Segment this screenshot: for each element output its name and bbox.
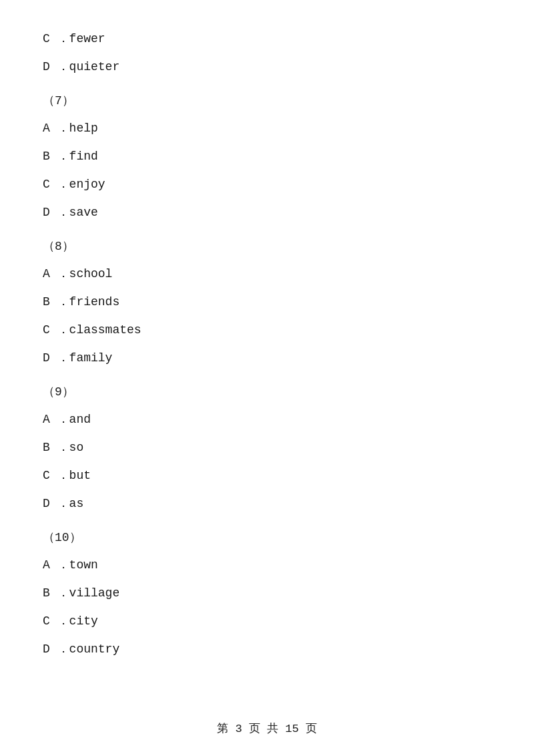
q10-option-c: C ．city bbox=[40, 609, 494, 633]
question-10-label: （10） bbox=[40, 529, 494, 545]
q8-option-d: D ．family bbox=[40, 346, 494, 370]
q10-option-b: B ．village bbox=[40, 581, 494, 605]
question-7-label: （7） bbox=[40, 92, 494, 108]
q7-option-c: C ．enjoy bbox=[40, 172, 494, 196]
q9-option-a: A ．and bbox=[40, 407, 494, 431]
q10-option-d: D ．country bbox=[40, 637, 494, 661]
question-9-label: （9） bbox=[40, 383, 494, 399]
question-8-label: （8） bbox=[40, 238, 494, 254]
q8-option-c: C ．classmates bbox=[40, 318, 494, 342]
q9-option-c: C ．but bbox=[40, 463, 494, 488]
q9-option-d: D ．as bbox=[40, 492, 494, 516]
q7-option-b: B ．find bbox=[40, 144, 494, 168]
q6-option-d: D ．quieter bbox=[40, 55, 494, 79]
page-content: C ．fewer D ．quieter （7） A ．help B ．find … bbox=[0, 0, 534, 705]
q7-option-d: D ．save bbox=[40, 200, 494, 224]
q8-option-b: B ．friends bbox=[40, 290, 494, 314]
page-footer: 第 3 页 共 15 页 bbox=[0, 721, 534, 736]
q8-option-a: A ．school bbox=[40, 262, 494, 286]
footer-text: 第 3 页 共 15 页 bbox=[217, 723, 317, 735]
q7-option-a: A ．help bbox=[40, 116, 494, 140]
q9-option-b: B ．so bbox=[40, 435, 494, 459]
q6-option-c: C ．fewer bbox=[40, 27, 494, 51]
q10-option-a: A ．town bbox=[40, 553, 494, 577]
